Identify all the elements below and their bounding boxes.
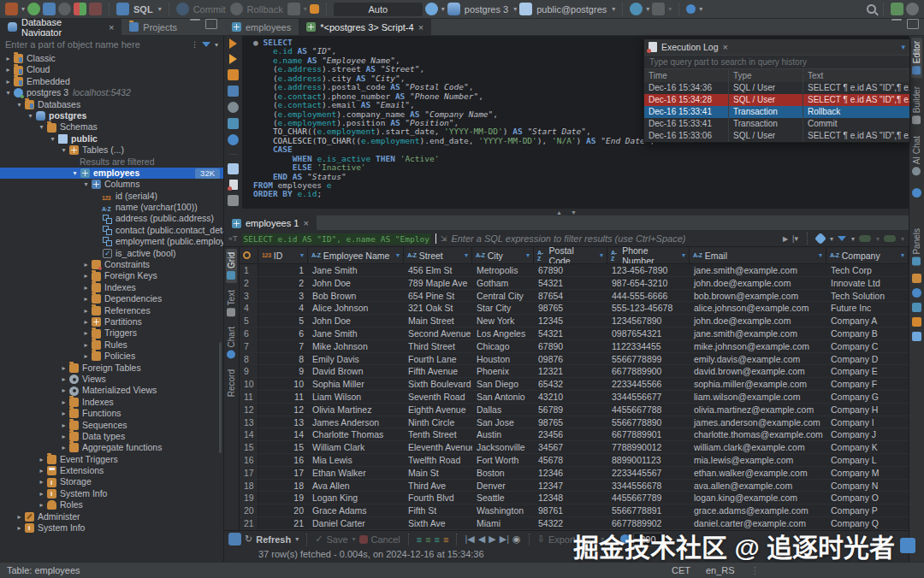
- tab-sql-script[interactable]: *<postgres 3> Script-4×: [299, 19, 431, 35]
- cell[interactable]: Central City: [472, 290, 534, 302]
- cell[interactable]: San Jose: [472, 416, 534, 428]
- cell[interactable]: 54321: [534, 327, 607, 339]
- cell[interactable]: 2233445566: [607, 378, 690, 390]
- log-search-input[interactable]: Type query part to search in query histo…: [644, 55, 909, 69]
- cell[interactable]: 87654: [534, 290, 607, 302]
- user-avatar[interactable]: [906, 3, 919, 15]
- cell[interactable]: Jacksonville: [472, 441, 534, 453]
- table-row[interactable]: 11Jane Smith456 Elm StMetropolis67890123…: [240, 264, 909, 277]
- cell[interactable]: 2233445567: [607, 467, 690, 479]
- cell[interactable]: Mike Johnson: [308, 340, 404, 352]
- cell[interactable]: New York: [472, 315, 534, 327]
- cell[interactable]: James Anderson: [308, 416, 404, 428]
- table-row[interactable]: 1717Ethan WalkerMain StBoston12346223344…: [240, 467, 909, 480]
- cell[interactable]: Company I: [826, 416, 909, 428]
- cell[interactable]: Houston: [472, 353, 534, 365]
- cell[interactable]: mike.johnson@example.com: [690, 340, 826, 352]
- chevron-icon[interactable]: ▸: [59, 420, 68, 431]
- chevron-icon[interactable]: ▾: [26, 110, 35, 121]
- expand-icon[interactable]: ⇲: [441, 234, 447, 243]
- cell[interactable]: Eleventh Avenue: [404, 441, 472, 453]
- chevron-down-icon[interactable]: ▾: [215, 41, 218, 49]
- tree-item[interactable]: is_active (bool): [0, 248, 223, 259]
- filter-expression[interactable]: SELECT e.id AS "ID", e.name AS "Employ: [242, 233, 431, 245]
- tree-item[interactable]: ▸Cloud: [0, 64, 223, 75]
- cell[interactable]: 1122334455: [607, 340, 690, 352]
- chevron-icon[interactable]: ▸: [37, 476, 46, 487]
- cell[interactable]: Logan King: [308, 492, 404, 504]
- table-row[interactable]: 1313James AndersonNinth CircleSan Jose98…: [240, 416, 909, 429]
- cell[interactable]: Company O: [826, 492, 909, 504]
- chevron-icon[interactable]: ▸: [81, 305, 91, 316]
- cell[interactable]: 1234567890: [607, 315, 690, 327]
- cell[interactable]: 18: [258, 480, 308, 492]
- cell[interactable]: 34567: [534, 441, 607, 453]
- cell[interactable]: Metropolis: [472, 264, 534, 276]
- cell[interactable]: emily.davis@example.com: [690, 353, 826, 365]
- view-tab-chart[interactable]: Chart: [226, 323, 237, 362]
- menu-dots-icon[interactable]: ⋮: [750, 565, 760, 576]
- tree-item[interactable]: ▸Foreign Keys: [0, 270, 223, 281]
- filter-funnel-icon[interactable]: [202, 42, 210, 47]
- cell[interactable]: 12348: [534, 492, 607, 504]
- chevron-icon[interactable]: ▸: [59, 385, 68, 396]
- cell[interactable]: 3344556678: [607, 480, 690, 492]
- cell[interactable]: Charlotte Thomas: [308, 428, 404, 440]
- plugin-icon[interactable]: [891, 3, 903, 15]
- row-number-cell[interactable]: 18: [240, 480, 258, 492]
- tree-item[interactable]: ▸Embedded: [0, 76, 223, 87]
- tree-item[interactable]: ▾Schemas: [0, 121, 223, 133]
- cell[interactable]: david.brown@example.com: [690, 365, 826, 377]
- cell[interactable]: Mia Lewis: [308, 454, 404, 466]
- cell[interactable]: Company H: [826, 404, 909, 416]
- table-row[interactable]: 33Bob Brown654 Pine StCentral City876544…: [240, 290, 909, 303]
- tree-item[interactable]: ▸Classic: [0, 53, 223, 64]
- table-row[interactable]: 22John Doe789 Maple AveGotham54321987-65…: [240, 277, 909, 290]
- column-header-email[interactable]: A-ZEmail▾: [690, 247, 826, 263]
- cell[interactable]: 555-123-45678: [607, 302, 690, 314]
- execute-statement-icon[interactable]: [229, 38, 237, 49]
- cell[interactable]: Fourth Blvd: [404, 492, 472, 504]
- tree-item[interactable]: ▸Sequences: [0, 420, 223, 431]
- chevron-icon[interactable]: ▸: [59, 442, 68, 453]
- tab-database-navigator[interactable]: Database Navigator×: [0, 19, 121, 35]
- chevron-icon[interactable]: ▸: [81, 293, 91, 304]
- cell[interactable]: 12345: [534, 315, 607, 327]
- cell[interactable]: Chicago: [472, 340, 534, 352]
- tree-item[interactable]: ▸Storage: [0, 476, 223, 487]
- sort-caret-icon[interactable]: ▾: [901, 251, 904, 259]
- chevron-icon[interactable]: ▾: [81, 179, 91, 190]
- row-number-cell[interactable]: 11: [240, 391, 258, 403]
- table-row[interactable]: 1818Ava AllenThird AveDenver123473344556…: [240, 480, 909, 492]
- menu-dots-icon[interactable]: ⋮: [191, 40, 198, 49]
- save-to-file-icon[interactable]: [228, 533, 241, 546]
- cell[interactable]: Fort Worth: [472, 454, 534, 466]
- chevron-icon[interactable]: ▸: [37, 465, 46, 476]
- tree-item[interactable]: ▸Partitions: [0, 316, 223, 327]
- cell[interactable]: 67890: [534, 264, 607, 276]
- lock-icon[interactable]: [310, 4, 319, 14]
- chevron-icon[interactable]: ▸: [81, 316, 91, 327]
- value-viewer-icon[interactable]: [912, 288, 921, 298]
- filter-rows-icon[interactable]: ≡: [417, 534, 422, 545]
- chevron-icon[interactable]: ▾: [37, 121, 46, 133]
- row-number-cell[interactable]: 6: [240, 327, 258, 339]
- table-row[interactable]: 44Alice Johnson321 Oak StStar City987655…: [240, 302, 909, 315]
- cell[interactable]: 9: [258, 365, 308, 377]
- filter-funnel-icon[interactable]: [838, 236, 846, 241]
- cell[interactable]: Dallas: [472, 404, 534, 416]
- cell[interactable]: William Clark: [308, 441, 404, 453]
- cell[interactable]: charlotte.thomas@example.com: [690, 428, 826, 440]
- presentation-icon[interactable]: [686, 4, 696, 14]
- cell[interactable]: 45678: [534, 454, 607, 466]
- table-row[interactable]: 1212Olivia MartinezEighth AvenueDallas56…: [240, 404, 909, 416]
- row-number-cell[interactable]: 15: [240, 441, 258, 453]
- cancel-button[interactable]: Cancel: [371, 534, 400, 545]
- row-number-cell[interactable]: 9: [240, 365, 258, 377]
- chevron-icon[interactable]: ▾: [3, 87, 13, 98]
- cell[interactable]: 789 Maple Ave: [404, 277, 472, 289]
- tree-item[interactable]: ▾Tables (...): [0, 144, 223, 156]
- filter-history-icon[interactable]: |▾: [792, 234, 798, 243]
- chevron-icon[interactable]: ▸: [37, 488, 46, 499]
- cell[interactable]: 5: [258, 315, 308, 327]
